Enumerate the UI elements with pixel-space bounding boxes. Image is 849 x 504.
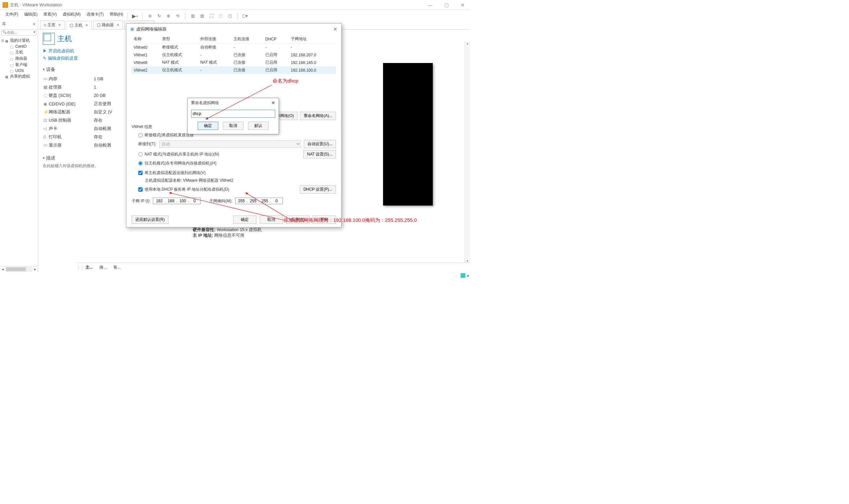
rename-cancel-button[interactable]: 取消: [223, 122, 243, 130]
view-icon-5[interactable]: ▢: [227, 13, 233, 19]
rename-dialog-title: 重命名虚拟网络: [191, 100, 219, 106]
network-row[interactable]: VMnet8NAT 模式NAT 模式已连接已启用192.168.145.0: [132, 59, 336, 66]
view-icon-1[interactable]: ▥: [189, 13, 196, 19]
vm-bottom-info: 硬件兼容性: Workstation 15.x 虚拟机 主 IP 地址: 网络信…: [193, 227, 262, 238]
network-row[interactable]: VMnet0桥接模式自动桥接---: [132, 43, 336, 51]
nat-mode-radio[interactable]: [138, 152, 143, 157]
host-only-mode-radio[interactable]: [138, 161, 143, 165]
view-icon-4[interactable]: ⬚: [217, 13, 224, 19]
menu-file[interactable]: 文件(F): [3, 11, 20, 18]
bottom-tab-client[interactable]: 客...: [110, 263, 124, 272]
toolbar-icon-4[interactable]: ⟲: [175, 13, 181, 19]
globe-icon: ⊕: [130, 26, 134, 32]
grip-icon[interactable]: ⋮⋮: [76, 265, 82, 270]
cancel-button[interactable]: 取消: [260, 216, 283, 224]
tree-item-router[interactable]: 路由器: [0, 55, 38, 62]
nat-settings-button[interactable]: NAT 设置(S)...: [304, 150, 336, 159]
menu-edit[interactable]: 编辑(E): [22, 11, 39, 18]
minimize-button[interactable]: —: [425, 2, 435, 7]
toolbar: ▶ ⧉ ↻ ⊕ ⟲ ▥ ▤ ⛶ ⬚ ▢ ▢▾: [123, 12, 470, 20]
sidebar-close-icon[interactable]: ✕: [33, 22, 36, 26]
ok-button[interactable]: 确定: [233, 216, 256, 224]
status-bar-right: [460, 273, 469, 278]
vm-icon: ▢: [97, 22, 101, 27]
bottom-tab-host[interactable]: 主...: [82, 263, 96, 272]
bridge-to-select: 自动: [159, 140, 302, 148]
sidebar-title: 库: [2, 21, 6, 27]
use-dhcp-checkbox[interactable]: [138, 187, 143, 192]
tree-item-centos[interactable]: CentO: [0, 44, 38, 49]
window-controls: — ▢ ✕: [425, 2, 467, 7]
main-vertical-scrollbar[interactable]: [465, 41, 470, 263]
rename-default-button[interactable]: 默认: [248, 122, 269, 130]
network-table: 名称 类型 外部连接 主机连接 DHCP 子网地址 VMnet0桥接模式自动桥接…: [132, 35, 336, 74]
library-tree: ⊟我的计算机 CentO 主机 路由器 客户端 UOS 共享的虚拟: [0, 37, 38, 80]
vm-large-icon: [43, 33, 55, 45]
app-icon: [3, 2, 8, 7]
toolbar-icon-last[interactable]: ▢▾: [241, 13, 248, 19]
menu-view[interactable]: 查看(V): [41, 11, 59, 18]
bottom-tab-router[interactable]: 路...: [96, 263, 110, 272]
bridge-mode-radio[interactable]: [138, 133, 143, 137]
subnet-mask-input[interactable]: . . .: [235, 198, 283, 204]
toolbar-icon-3[interactable]: ⊕: [165, 13, 172, 19]
view-icon-2[interactable]: ▤: [199, 13, 205, 19]
bottom-tabs: ⋮⋮ 主... 路... 客...: [76, 263, 470, 272]
play-button[interactable]: ▶: [132, 13, 138, 19]
menu-vm[interactable]: 虚拟机(M): [61, 11, 83, 18]
restore-defaults-button[interactable]: 还原默认设置(R): [132, 216, 168, 224]
tab-close-icon[interactable]: ✕: [58, 23, 61, 27]
toolbar-icon-1[interactable]: ⧉: [147, 13, 153, 19]
tree-shared[interactable]: 共享的虚拟: [0, 73, 38, 79]
apply-button[interactable]: 应用(A): [286, 216, 309, 224]
home-icon: ⌂: [44, 22, 46, 27]
vm-name-title: 主机: [57, 34, 72, 44]
subnet-ip-input[interactable]: . . .: [153, 198, 201, 204]
rename-ok-button[interactable]: 确定: [198, 122, 218, 130]
tab-home[interactable]: ⌂主页✕: [40, 21, 65, 29]
connect-host-adapter-checkbox[interactable]: [138, 171, 143, 175]
rename-network-dialog: 重命名虚拟网络 ✕ 确定 取消 默认: [187, 98, 279, 134]
menu-help[interactable]: 帮助(H): [108, 11, 125, 18]
title-bar: 主机 - VMware Workstation — ▢ ✕: [0, 0, 470, 10]
auto-settings-button[interactable]: 自动设置(U)...: [304, 140, 336, 148]
view-icon-3[interactable]: ⛶: [208, 13, 215, 19]
tree-item-client[interactable]: 客户端: [0, 62, 38, 68]
tab-close-icon[interactable]: ✕: [85, 23, 88, 28]
window-title: 主机 - VMware Workstation: [10, 2, 62, 8]
maximize-button[interactable]: ▢: [442, 2, 451, 7]
sidebar-scrollbar[interactable]: ◂ ▸: [0, 266, 38, 272]
tree-item-host[interactable]: 主机: [0, 49, 38, 55]
rename-network-button[interactable]: 重命名网络(A)...: [300, 112, 336, 120]
dialog-title: 虚拟网络编辑器: [136, 26, 166, 32]
tree-item-uos[interactable]: UOS: [0, 68, 38, 73]
resize-grip-icon[interactable]: [467, 274, 469, 276]
rename-dialog-close-icon[interactable]: ✕: [271, 100, 275, 106]
menu-tabs[interactable]: 选项卡(T): [85, 11, 106, 18]
dialog-close-icon[interactable]: ✕: [333, 26, 337, 32]
sidebar-search-input[interactable]: [1, 30, 36, 35]
close-button[interactable]: ✕: [458, 2, 467, 7]
dhcp-settings-button[interactable]: DHCP 设置(P)...: [300, 185, 336, 194]
tab-host[interactable]: ▢主机✕: [66, 21, 92, 30]
tab-close-icon[interactable]: ✕: [116, 23, 120, 27]
network-row[interactable]: VMnet1仅主机模式-已连接已启用192.168.207.0: [132, 51, 336, 59]
tab-router[interactable]: ▢路由器✕: [93, 21, 123, 29]
rename-input[interactable]: [191, 110, 275, 118]
adapter-name-text: 主机虚拟适配器名称: VMware 网络适配器 VMnet2: [145, 178, 336, 183]
toolbar-icon-2[interactable]: ↻: [156, 13, 163, 19]
vm-icon: ▢: [70, 23, 73, 28]
help-button[interactable]: 帮助: [313, 216, 336, 224]
tree-root[interactable]: ⊟我的计算机: [0, 37, 38, 44]
network-row[interactable]: VMnet2仅主机模式-已连接已启用192.168.100.0: [132, 66, 336, 74]
status-indicator-icon: [460, 273, 465, 278]
sidebar: 库 ✕ ⊟我的计算机 CentO 主机 路由器 客户端 UOS 共享的虚拟 ◂ …: [0, 20, 38, 272]
vm-preview-thumbnail[interactable]: [383, 63, 433, 205]
